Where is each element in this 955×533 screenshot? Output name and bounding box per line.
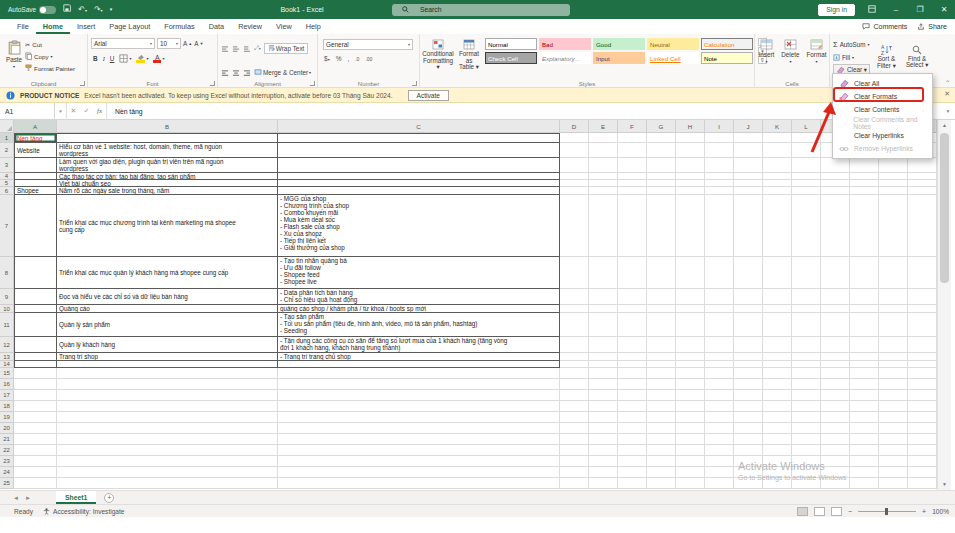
- cell-C13[interactable]: - Trang trí trang chủ shop: [278, 353, 560, 361]
- cell-J2[interactable]: [734, 143, 763, 158]
- accessibility-status[interactable]: Accessibility: Investigate: [43, 508, 124, 515]
- cell-O10[interactable]: [879, 305, 908, 313]
- autosave-pill[interactable]: [39, 6, 56, 14]
- scroll-down-icon[interactable]: ▼: [938, 479, 951, 490]
- cell-C12[interactable]: - Tận dụng các công cụ có sẵn để tăng số…: [278, 337, 560, 353]
- cell-M20[interactable]: [821, 423, 850, 434]
- cell-B17[interactable]: [57, 390, 278, 401]
- ribbon-display-options-icon[interactable]: [865, 5, 879, 15]
- save-icon[interactable]: [63, 0, 71, 19]
- cell-J5[interactable]: [734, 180, 763, 187]
- wrap-text-button[interactable]: Wrap Text: [264, 43, 309, 54]
- cell-L9[interactable]: [792, 289, 821, 305]
- cell-L3[interactable]: [792, 158, 821, 173]
- insert-cells-button[interactable]: Insert▾: [756, 38, 778, 65]
- cell-I9[interactable]: [705, 289, 734, 305]
- cut-button[interactable]: ✂Cut: [25, 39, 75, 49]
- cell-A5[interactable]: [14, 180, 57, 187]
- cell-I7[interactable]: [705, 195, 734, 257]
- cell-F21[interactable]: [618, 434, 647, 445]
- cell-D17[interactable]: [560, 390, 589, 401]
- cell-L8[interactable]: [792, 257, 821, 289]
- row-header-9[interactable]: 9: [0, 289, 14, 305]
- cell-C3[interactable]: [278, 158, 560, 173]
- cell-L12[interactable]: [792, 337, 821, 353]
- cell-F24[interactable]: [618, 467, 647, 478]
- cell-N25[interactable]: [850, 478, 879, 489]
- cell-H11[interactable]: [676, 313, 705, 337]
- cell-P19[interactable]: [908, 412, 937, 423]
- cell-N13[interactable]: [850, 353, 879, 361]
- cell-D7[interactable]: [560, 195, 589, 257]
- cell-G21[interactable]: [647, 434, 676, 445]
- cell-E6[interactable]: [589, 187, 618, 195]
- cell-N20[interactable]: [850, 423, 879, 434]
- cell-O8[interactable]: [879, 257, 908, 289]
- cell-F11[interactable]: [618, 313, 647, 337]
- cell-C21[interactable]: [278, 434, 560, 445]
- cell-G2[interactable]: [647, 143, 676, 158]
- row-header-10[interactable]: 10: [0, 305, 14, 313]
- cell-K16[interactable]: [763, 379, 792, 390]
- cell-F16[interactable]: [618, 379, 647, 390]
- cell-M9[interactable]: [821, 289, 850, 305]
- cell-H12[interactable]: [676, 337, 705, 353]
- cell-P15[interactable]: [908, 368, 937, 379]
- cell-I17[interactable]: [705, 390, 734, 401]
- cell-J21[interactable]: [734, 434, 763, 445]
- row-header-5[interactable]: 5: [0, 180, 14, 187]
- cell-I19[interactable]: [705, 412, 734, 423]
- font-color-icon[interactable]: A▾: [153, 54, 164, 63]
- cell-A23[interactable]: [14, 456, 57, 467]
- cell-G16[interactable]: [647, 379, 676, 390]
- cell-O25[interactable]: [879, 478, 908, 489]
- decrease-decimal-icon[interactable]: .00: [365, 56, 372, 62]
- row-header-22[interactable]: 22: [0, 445, 14, 456]
- cell-F17[interactable]: [618, 390, 647, 401]
- cell-C22[interactable]: [278, 445, 560, 456]
- cell-P18[interactable]: [908, 401, 937, 412]
- cell-H22[interactable]: [676, 445, 705, 456]
- row-header-25[interactable]: 25: [0, 478, 14, 489]
- cell-D21[interactable]: [560, 434, 589, 445]
- cell-K17[interactable]: [763, 390, 792, 401]
- cell-F15[interactable]: [618, 368, 647, 379]
- clipboard-dialog-launcher[interactable]: [80, 81, 85, 86]
- name-box[interactable]: A1: [0, 103, 55, 120]
- menu-item-clear-contents[interactable]: Clear Contents: [833, 103, 932, 116]
- cell-G7[interactable]: [647, 195, 676, 257]
- cell-K7[interactable]: [763, 195, 792, 257]
- cell-C18[interactable]: [278, 401, 560, 412]
- cell-F1[interactable]: [618, 133, 647, 143]
- cell-A24[interactable]: [14, 467, 57, 478]
- cell-F19[interactable]: [618, 412, 647, 423]
- cell-C19[interactable]: [278, 412, 560, 423]
- cell-G1[interactable]: [647, 133, 676, 143]
- cell-I3[interactable]: [705, 158, 734, 173]
- cell-O7[interactable]: [879, 195, 908, 257]
- cell-I25[interactable]: [705, 478, 734, 489]
- italic-button[interactable]: I: [103, 55, 105, 62]
- cell-H16[interactable]: [676, 379, 705, 390]
- cell-P8[interactable]: [908, 257, 937, 289]
- cell-E23[interactable]: [589, 456, 618, 467]
- cell-K10[interactable]: [763, 305, 792, 313]
- cell-O4[interactable]: [879, 173, 908, 180]
- tab-home[interactable]: Home: [36, 19, 70, 34]
- cell-P3[interactable]: [908, 158, 937, 173]
- cell-L17[interactable]: [792, 390, 821, 401]
- cell-M17[interactable]: [821, 390, 850, 401]
- cell-H10[interactable]: [676, 305, 705, 313]
- cell-B18[interactable]: [57, 401, 278, 412]
- cell-A10[interactable]: [14, 305, 57, 313]
- row-header-4[interactable]: 4: [0, 173, 14, 180]
- column-header-G[interactable]: G: [647, 120, 676, 133]
- cell-P12[interactable]: [908, 337, 937, 353]
- cell-style-explanatory-[interactable]: Explanatory...: [539, 52, 591, 64]
- cell-A13[interactable]: [14, 353, 57, 361]
- currency-icon[interactable]: $▾: [324, 55, 330, 62]
- cell-N24[interactable]: [850, 467, 879, 478]
- cell-O9[interactable]: [879, 289, 908, 305]
- cancel-icon[interactable]: ✕: [67, 107, 80, 115]
- cell-B3[interactable]: Làm quen với giao diện, plugin quản trị …: [57, 158, 278, 173]
